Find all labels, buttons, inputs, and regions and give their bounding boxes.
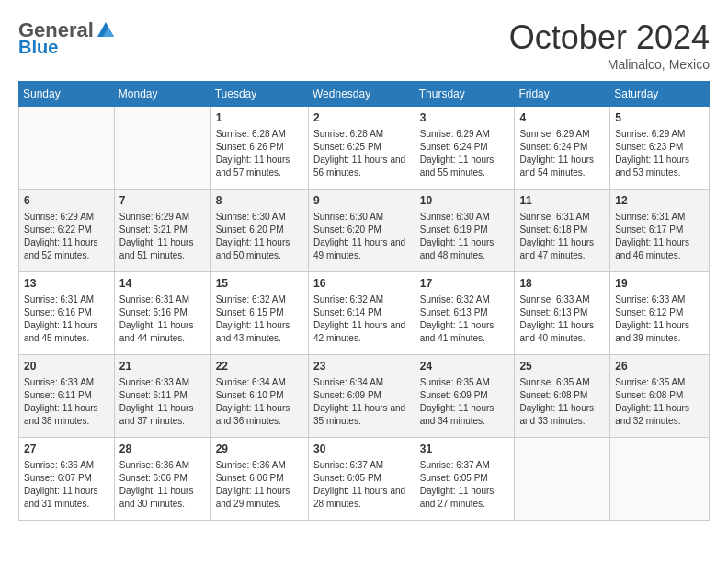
calendar-cell: 30Sunrise: 6:37 AMSunset: 6:05 PMDayligh… [309,438,415,521]
day-number: 25 [519,359,605,374]
calendar-cell: 24Sunrise: 6:35 AMSunset: 6:09 PMDayligh… [415,355,515,438]
calendar-cell: 14Sunrise: 6:31 AMSunset: 6:16 PMDayligh… [114,272,210,355]
day-number: 17 [420,276,510,292]
calendar-cell: 4Sunrise: 6:29 AMSunset: 6:24 PMDaylight… [515,107,610,190]
day-number: 5 [615,110,704,126]
header-cell-sunday: Sunday [19,82,115,107]
cell-content: Sunrise: 6:37 AMSunset: 6:05 PMDaylight:… [313,459,410,511]
day-number: 19 [615,276,704,292]
logo: General Blue [18,18,116,58]
cell-content: Sunrise: 6:32 AMSunset: 6:13 PMDaylight:… [420,293,510,345]
cell-content: Sunrise: 6:32 AMSunset: 6:15 PMDaylight:… [216,293,303,345]
day-number: 7 [119,193,206,209]
cell-content: Sunrise: 6:29 AMSunset: 6:21 PMDaylight:… [119,211,206,262]
calendar-cell: 5Sunrise: 6:29 AMSunset: 6:23 PMDaylight… [610,107,710,190]
calendar-cell: 20Sunrise: 6:33 AMSunset: 6:11 PMDayligh… [19,355,115,438]
cell-content: Sunrise: 6:31 AMSunset: 6:17 PMDaylight:… [615,211,704,262]
header-cell-friday: Friday [515,82,610,107]
cell-content: Sunrise: 6:31 AMSunset: 6:16 PMDaylight:… [119,293,206,345]
calendar-cell: 16Sunrise: 6:32 AMSunset: 6:14 PMDayligh… [309,272,415,355]
cell-content: Sunrise: 6:34 AMSunset: 6:10 PMDaylight:… [216,376,303,428]
page-header: General Blue October 2024 Malinalco, Mex… [18,18,710,72]
calendar-cell: 2Sunrise: 6:28 AMSunset: 6:25 PMDaylight… [309,107,415,190]
cell-content: Sunrise: 6:28 AMSunset: 6:26 PMDaylight:… [216,128,303,179]
day-number: 1 [216,110,303,126]
cell-content: Sunrise: 6:36 AMSunset: 6:06 PMDaylight:… [216,459,303,511]
calendar-cell: 26Sunrise: 6:35 AMSunset: 6:08 PMDayligh… [610,355,710,438]
day-number: 26 [615,359,704,374]
day-number: 22 [216,359,303,374]
cell-content: Sunrise: 6:34 AMSunset: 6:09 PMDaylight:… [313,376,410,428]
calendar-cell [19,107,115,190]
day-number: 27 [24,442,109,457]
header-cell-thursday: Thursday [415,82,515,107]
calendar-cell: 8Sunrise: 6:30 AMSunset: 6:20 PMDaylight… [210,190,308,272]
calendar-cell: 21Sunrise: 6:33 AMSunset: 6:11 PMDayligh… [114,355,210,438]
day-number: 14 [119,276,206,292]
calendar-cell: 10Sunrise: 6:30 AMSunset: 6:19 PMDayligh… [415,190,515,272]
day-number: 9 [313,193,410,209]
day-number: 24 [420,359,510,374]
week-row-2: 6Sunrise: 6:29 AMSunset: 6:22 PMDaylight… [19,190,710,272]
calendar-cell: 6Sunrise: 6:29 AMSunset: 6:22 PMDaylight… [19,190,115,272]
calendar-cell: 11Sunrise: 6:31 AMSunset: 6:18 PMDayligh… [515,190,610,272]
cell-content: Sunrise: 6:29 AMSunset: 6:23 PMDaylight:… [615,128,704,179]
day-number: 20 [24,359,109,374]
calendar-table: SundayMondayTuesdayWednesdayThursdayFrid… [18,81,710,521]
cell-content: Sunrise: 6:37 AMSunset: 6:05 PMDaylight:… [420,459,510,511]
day-number: 15 [216,276,303,292]
calendar-cell: 1Sunrise: 6:28 AMSunset: 6:26 PMDaylight… [210,107,308,190]
calendar-cell: 28Sunrise: 6:36 AMSunset: 6:06 PMDayligh… [114,438,210,521]
week-row-5: 27Sunrise: 6:36 AMSunset: 6:07 PMDayligh… [19,438,710,521]
cell-content: Sunrise: 6:30 AMSunset: 6:19 PMDaylight:… [420,211,510,262]
day-number: 28 [119,442,206,457]
day-number: 2 [313,110,410,126]
cell-content: Sunrise: 6:33 AMSunset: 6:11 PMDaylight:… [119,376,206,428]
calendar-cell: 3Sunrise: 6:29 AMSunset: 6:24 PMDaylight… [415,107,515,190]
week-row-1: 1Sunrise: 6:28 AMSunset: 6:26 PMDaylight… [19,107,710,190]
cell-content: Sunrise: 6:29 AMSunset: 6:24 PMDaylight:… [519,128,605,179]
day-number: 8 [216,193,303,209]
logo-blue-text: Blue [18,37,58,58]
calendar-cell: 25Sunrise: 6:35 AMSunset: 6:08 PMDayligh… [515,355,610,438]
cell-content: Sunrise: 6:32 AMSunset: 6:14 PMDaylight:… [313,293,410,345]
cell-content: Sunrise: 6:31 AMSunset: 6:18 PMDaylight:… [519,211,605,262]
day-number: 10 [420,193,510,209]
calendar-cell: 13Sunrise: 6:31 AMSunset: 6:16 PMDayligh… [19,272,115,355]
calendar-cell: 29Sunrise: 6:36 AMSunset: 6:06 PMDayligh… [210,438,308,521]
cell-content: Sunrise: 6:35 AMSunset: 6:08 PMDaylight:… [615,376,704,428]
cell-content: Sunrise: 6:29 AMSunset: 6:24 PMDaylight:… [420,128,510,179]
calendar-cell: 18Sunrise: 6:33 AMSunset: 6:13 PMDayligh… [515,272,610,355]
month-title: October 2024 [509,18,710,57]
cell-content: Sunrise: 6:28 AMSunset: 6:25 PMDaylight:… [313,128,410,179]
cell-content: Sunrise: 6:35 AMSunset: 6:09 PMDaylight:… [420,376,510,428]
calendar-cell: 9Sunrise: 6:30 AMSunset: 6:20 PMDaylight… [309,190,415,272]
cell-content: Sunrise: 6:31 AMSunset: 6:16 PMDaylight:… [24,293,109,345]
week-row-3: 13Sunrise: 6:31 AMSunset: 6:16 PMDayligh… [19,272,710,355]
day-number: 13 [24,276,109,292]
day-number: 21 [119,359,206,374]
cell-content: Sunrise: 6:30 AMSunset: 6:20 PMDaylight:… [313,211,410,262]
cell-content: Sunrise: 6:35 AMSunset: 6:08 PMDaylight:… [519,376,605,428]
calendar-cell: 27Sunrise: 6:36 AMSunset: 6:07 PMDayligh… [19,438,115,521]
cell-content: Sunrise: 6:30 AMSunset: 6:20 PMDaylight:… [216,211,303,262]
header-cell-tuesday: Tuesday [210,82,308,107]
logo-icon [96,20,116,40]
header-cell-wednesday: Wednesday [309,82,415,107]
day-number: 29 [216,442,303,457]
cell-content: Sunrise: 6:33 AMSunset: 6:12 PMDaylight:… [615,293,704,345]
day-number: 3 [420,110,510,126]
cell-content: Sunrise: 6:36 AMSunset: 6:06 PMDaylight:… [119,459,206,511]
location: Malinalco, Mexico [509,57,710,72]
calendar-cell: 23Sunrise: 6:34 AMSunset: 6:09 PMDayligh… [309,355,415,438]
day-number: 12 [615,193,704,209]
cell-content: Sunrise: 6:33 AMSunset: 6:11 PMDaylight:… [24,376,109,428]
day-number: 30 [313,442,410,457]
day-number: 4 [519,110,605,126]
calendar-cell: 31Sunrise: 6:37 AMSunset: 6:05 PMDayligh… [415,438,515,521]
day-number: 16 [313,276,410,292]
calendar-cell: 15Sunrise: 6:32 AMSunset: 6:15 PMDayligh… [210,272,308,355]
calendar-cell [114,107,210,190]
title-block: October 2024 Malinalco, Mexico [509,18,710,72]
cell-content: Sunrise: 6:36 AMSunset: 6:07 PMDaylight:… [24,459,109,511]
